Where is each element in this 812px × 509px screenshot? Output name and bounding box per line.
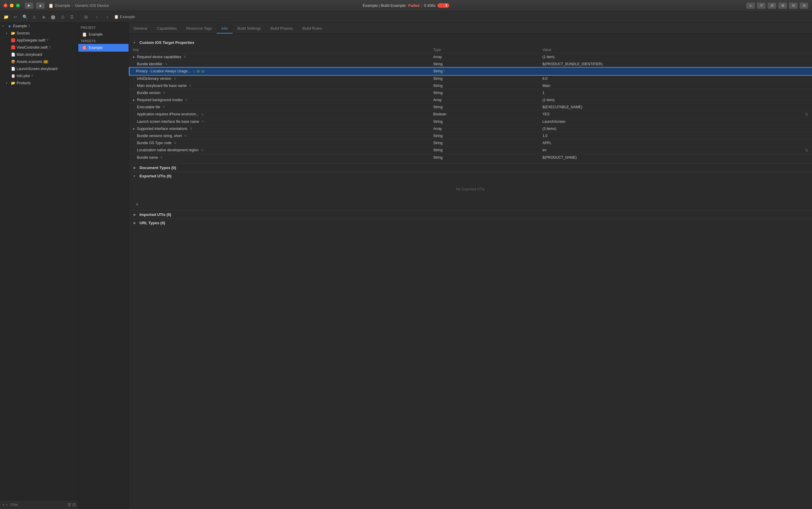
add-exported-uti-row: + [129,198,812,210]
project-item-example[interactable]: 📋 Example [78,31,129,38]
stepper-icon[interactable]: ⇅ [163,91,165,94]
filter-recent-button[interactable]: ⊡ [72,503,76,507]
back-forward-button[interactable]: ⇄ [768,2,776,9]
sidebar-item-appdelegate[interactable]: 🟥 AppDelegate.swift ? [0,37,78,44]
tab-build-settings[interactable]: Build Settings [233,24,266,34]
add-file-button[interactable]: + [2,503,5,507]
exported-utis-section-header[interactable]: ▾ Exported UTIs (0) [129,172,812,180]
tab-build-phases[interactable]: Build Phases [266,24,298,34]
type-cell[interactable]: String ⇅ [430,68,539,75]
tab-resource-tags[interactable]: Resource Tags [181,24,216,34]
table-row[interactable]: ▶ Bundle OS Type code ⇅ String APPL [129,139,812,146]
table-row[interactable]: ▶ Required background modes ⇅ Array (1 i… [129,96,812,104]
nav-back-button[interactable]: ‹ [93,14,101,20]
value-stepper-2[interactable]: ⇅ [805,148,808,152]
sidebar-item-root[interactable]: ▾ ◈ Example ? [0,23,78,30]
stepper-icon[interactable]: ⇅ [184,55,186,59]
stepper-icon[interactable]: ⇅ [160,156,163,159]
doc-types-section-header[interactable]: ▶ Document Types (0) [129,164,812,172]
stepper-icon[interactable]: ⇅ [174,77,176,80]
table-row[interactable]: ▶ Bundle versions string, short ⇅ String… [129,132,812,139]
sidebar-tool-warning[interactable]: ⚠ [31,14,38,20]
target-item-example[interactable]: 🎯 Example [78,44,129,52]
sidebar-filter-input[interactable] [9,502,66,508]
add-row-icon[interactable]: ⊕ [196,69,200,74]
tab-build-rules[interactable]: Build Rules [298,24,327,34]
list-view-button[interactable]: ≡ [746,2,755,9]
table-row[interactable]: ▶ Localization native development region… [129,146,812,154]
stop-button[interactable]: ■ [36,2,45,9]
table-row[interactable]: ▶ InfoDictionary version ⇅ String 6.0 [129,75,812,82]
sidebar-tool-test[interactable]: ◈ [40,14,48,20]
stepper-icon[interactable]: ⇅ [201,120,204,123]
tab-general[interactable]: General [129,24,152,34]
sidebar-item-mainstoryboard[interactable]: 📄 Main.storyboard [0,51,78,58]
sidebar-item-launchscreen[interactable]: 📄 LaunchScreen.storyboard [0,65,78,72]
sidebar-tool-history[interactable]: ◷ [59,14,66,20]
table-row[interactable]: ▶ Required device capabilities ⇅ Array [129,54,812,61]
close-button[interactable] [4,4,7,7]
device-label[interactable]: Generic iOS Device [75,3,109,8]
stepper-icon[interactable]: ⇅ [184,134,187,137]
stepper-icon[interactable]: ⇅ [185,98,188,101]
url-types-section-header[interactable]: ▶ URL Types (0) [129,219,812,227]
imported-utis-section-header[interactable]: ▶ Imported UTIs (0) [129,211,812,218]
error-badge: 🔴 2 [437,3,449,8]
ios-props-section-header[interactable]: ▾ Custom iOS Target Properties [129,39,812,46]
maximize-button[interactable] [16,4,20,7]
sidebar-item-viewcontroller[interactable]: 🟥 ViewController.swift ? [0,44,78,51]
sidebar-item-assets[interactable]: 📦 Assets.xcassets M [0,58,78,65]
add-exported-uti-button[interactable]: + [134,201,141,208]
stepper-icon[interactable]: ⇅ [190,127,192,130]
sidebar-icon[interactable]: ⊞ [82,14,90,20]
stepper-icon[interactable]: ⇅ [201,113,204,116]
split-view-button[interactable]: ⊟ [789,2,798,9]
value-stepper[interactable]: ⇅ [805,112,808,116]
value-cell: en ⇅ [539,146,812,154]
stepper-icon[interactable]: ⇅ [174,141,176,144]
stepper-icon[interactable]: ⇅ [163,105,165,108]
sidebar-item-infoplist[interactable]: 📋 Info.plist ? [0,72,78,79]
table-row[interactable]: ▶ Main storyboard file base name ⇅ Strin… [129,82,812,89]
value-input[interactable]: Location is always used to ... [543,69,808,73]
navigator-bar: ⊞ ‹ › 📋 Example [78,11,812,23]
table-row[interactable]: → ▶ Privacy - Location Always Usage... ⇅… [129,68,812,75]
nav-forward-button[interactable]: › [103,14,111,20]
tab-info[interactable]: Info [217,24,233,34]
filter-options-button[interactable]: ☰ [68,503,71,507]
value-cell[interactable]: Location is always used to ... [539,68,812,75]
tab-capabilities[interactable]: Capabilities [152,24,181,34]
table-row[interactable]: ▶ Bundle identifier ⇅ String $(PRODUCT_B… [129,61,812,68]
inspector-toggle-button[interactable]: ⊟ [800,2,808,9]
sidebar-tool-folder[interactable]: 📁 [2,14,10,20]
value-cell: YES ⇅ [539,111,812,118]
stepper-icon[interactable]: ⇅ [165,62,167,66]
history-button[interactable]: ↺ [757,2,766,9]
disclosure-icon: ▾ [2,25,6,28]
table-row[interactable]: ▶ Application requires iPhone environm..… [129,111,812,118]
sidebar-item-products[interactable]: ▾ 📂 Products [0,79,78,87]
scheme-label[interactable]: Example [55,3,70,8]
sidebar-tool-source[interactable]: ↩ [12,14,20,20]
remove-row-icon[interactable]: ⊖ [201,69,205,74]
type-cell: String [430,104,539,111]
sidebar-toggle-button[interactable]: ⊞ [778,2,787,9]
example-icon: ◈ [7,24,12,28]
minimize-button[interactable] [10,4,14,7]
table-row[interactable]: ▶ Supported interface orientations ⇅ Arr… [129,125,812,132]
table-row[interactable]: ▶ Bundle version ⇅ String 1 [129,89,812,96]
remove-file-button[interactable]: − [6,503,8,507]
properties-table: Key Type Value ▶ Req [129,46,812,161]
sidebar-tool-search[interactable]: 🔍 [21,14,29,20]
table-row[interactable]: ▶ Executable file ⇅ String $(EXECUTABLE_… [129,104,812,111]
stepper-icon[interactable]: ⇅ [193,70,195,73]
sidebar-tool-report[interactable]: ☰ [68,14,76,20]
stepper-icon[interactable]: ⇅ [201,148,203,152]
table-row[interactable]: ▶ Bundle name ⇅ String $(PRODUCT_NAME) [129,154,812,161]
type-stepper[interactable]: ⇅ [443,70,446,73]
play-button[interactable]: ▶ [25,2,34,9]
stepper-icon[interactable]: ⇅ [189,84,191,87]
sidebar-item-sources[interactable]: ▾ 📂 Sources [0,30,78,37]
table-row[interactable]: ▶ Launch screen interface file base name… [129,118,812,125]
sidebar-tool-debug[interactable]: ⬤ [49,14,57,20]
